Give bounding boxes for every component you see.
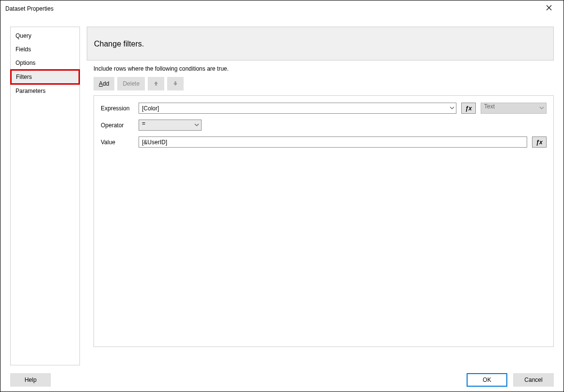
cancel-button[interactable]: Cancel	[513, 373, 554, 387]
arrow-down-icon	[172, 80, 178, 88]
add-button[interactable]: Add	[94, 77, 114, 90]
instruction-text: Include rows where the following conditi…	[94, 65, 554, 72]
delete-button[interactable]: Delete	[117, 77, 145, 90]
fx-icon: ƒx	[465, 105, 471, 112]
label-operator: Operator	[101, 122, 134, 129]
sidebar-item-fields[interactable]: Fields	[11, 43, 79, 56]
filter-panel: Expression ƒx Text	[94, 95, 554, 347]
chevron-down-icon	[194, 122, 199, 129]
dialog-dataset-properties: Dataset Properties Query Fields Options …	[0, 0, 564, 392]
row-operator: Operator =	[101, 120, 547, 131]
delete-button-label: Delete	[123, 80, 140, 87]
sidebar-item-query[interactable]: Query	[11, 29, 79, 43]
operator-select[interactable]: =	[139, 120, 202, 131]
expression-fx-button[interactable]: ƒx	[461, 103, 476, 114]
sidebar-item-label: Options	[16, 60, 35, 66]
close-button[interactable]	[539, 2, 559, 15]
pane-body: Include rows where the following conditi…	[87, 60, 554, 347]
main-row: Query Fields Options Filters Parameters …	[10, 27, 554, 365]
fx-icon: ƒx	[536, 139, 542, 146]
close-icon	[546, 5, 552, 12]
help-button-label: Help	[25, 377, 37, 383]
row-value: Value ƒx	[101, 136, 547, 148]
label-expression: Expression	[101, 105, 134, 112]
cancel-button-label: Cancel	[524, 377, 542, 383]
sidebar: Query Fields Options Filters Parameters	[10, 27, 80, 365]
label-value: Value	[101, 139, 134, 146]
expression-input[interactable]	[139, 103, 456, 114]
arrow-up-icon	[153, 80, 159, 88]
window-title: Dataset Properties	[5, 5, 53, 12]
sidebar-item-label: Filters	[16, 74, 32, 80]
sidebar-item-parameters[interactable]: Parameters	[11, 84, 79, 98]
sidebar-item-label: Fields	[16, 46, 31, 53]
chevron-down-icon	[539, 105, 544, 112]
title-bar: Dataset Properties	[0, 0, 564, 17]
operator-value: =	[142, 120, 145, 127]
toolbar: Add Delete	[94, 77, 554, 90]
sidebar-item-label: Parameters	[16, 88, 46, 94]
datatype-select[interactable]: Text	[481, 103, 547, 114]
help-button[interactable]: Help	[10, 373, 51, 387]
content: Query Fields Options Filters Parameters …	[0, 17, 564, 392]
pane-heading: Change filters.	[87, 27, 554, 60]
footer: Help OK Cancel	[10, 365, 554, 387]
value-input[interactable]	[139, 136, 527, 148]
sidebar-item-options[interactable]: Options	[11, 56, 79, 70]
value-fx-button[interactable]: ƒx	[532, 136, 547, 148]
row-expression: Expression ƒx Text	[101, 103, 547, 114]
move-up-button[interactable]	[148, 77, 164, 90]
right-pane: Change filters. Include rows where the f…	[87, 27, 554, 365]
ok-button[interactable]: OK	[467, 373, 507, 387]
expression-combo[interactable]	[139, 103, 456, 114]
sidebar-item-label: Query	[16, 32, 31, 39]
move-down-button[interactable]	[167, 77, 184, 90]
ok-button-label: OK	[483, 377, 491, 383]
sidebar-item-filters[interactable]: Filters	[11, 70, 79, 84]
datatype-value: Text	[484, 103, 495, 110]
